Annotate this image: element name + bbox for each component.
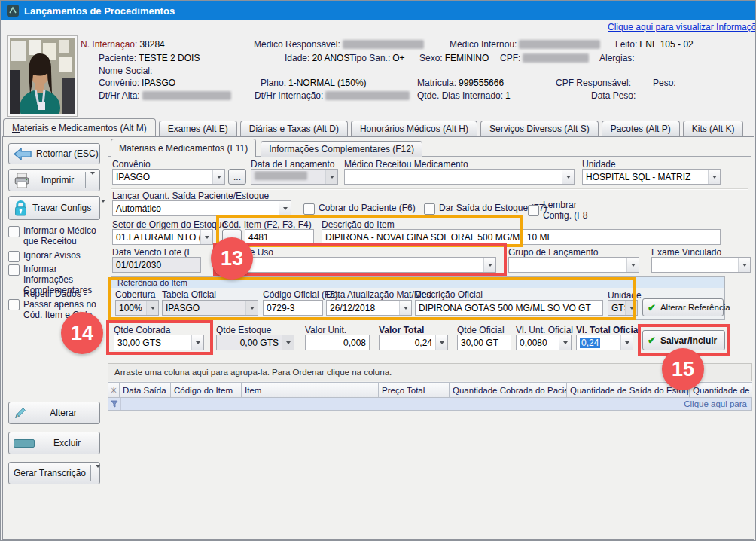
chevron-down-icon[interactable] bbox=[191, 335, 203, 350]
tab-servicos-diversos[interactable]: Serviços Diversos (Alt S) bbox=[480, 121, 599, 136]
setor-origem-select[interactable]: 01.FATURAMENTO (VIR bbox=[112, 229, 213, 245]
column-qtd-sa[interactable]: Quantidade de Sa bbox=[690, 382, 752, 398]
dthr-internacao: Dt/Hr Internação: bbox=[255, 90, 410, 101]
chevron-down-icon[interactable] bbox=[101, 203, 105, 213]
tab-kits[interactable]: Kits (Alt K) bbox=[683, 121, 744, 136]
local-uso-select[interactable]: LEITO bbox=[221, 257, 496, 273]
button-divider bbox=[96, 199, 96, 217]
tabela-oficial-select[interactable]: IPASGO bbox=[162, 300, 258, 316]
checkbox-box[interactable] bbox=[8, 264, 20, 276]
codigo-oficial-input[interactable]: 0729-3 bbox=[263, 300, 323, 316]
valor-total-select[interactable]: 0,24 bbox=[379, 335, 448, 350]
qtde-oficial-input[interactable]: 30,00 GT bbox=[457, 335, 511, 350]
chevron-down-icon[interactable] bbox=[625, 301, 637, 315]
qtde-dias-value: 1 bbox=[505, 90, 511, 101]
alterar-referencia-button[interactable]: ✔ Alterar Referência bbox=[642, 298, 724, 316]
grid-corner-icon[interactable]: ✳ bbox=[108, 382, 120, 398]
checkbox-ignorar-avisos[interactable]: Ignorar Avisos bbox=[8, 250, 103, 262]
chevron-down-icon[interactable] bbox=[626, 258, 639, 272]
data-lancamento-select[interactable] bbox=[251, 169, 338, 185]
chevron-down-icon[interactable] bbox=[483, 258, 495, 272]
column-codigo-item[interactable]: Código do Item bbox=[171, 382, 242, 398]
gerar-transcricao-button[interactable]: Gerar Transcrição bbox=[8, 462, 100, 484]
qtde-estoque-select[interactable]: 0,00 GTS bbox=[216, 335, 294, 350]
checkbox-box[interactable] bbox=[8, 251, 20, 262]
excluir-button[interactable]: Excluir bbox=[8, 432, 100, 454]
chevron-down-icon[interactable] bbox=[96, 468, 100, 478]
chevron-down-icon[interactable] bbox=[212, 170, 224, 184]
descricao-oficial-label: Descrição Oficial bbox=[415, 289, 483, 300]
grid-groupby-bar[interactable]: Arraste uma coluna aqui para agrupa-la. … bbox=[108, 363, 752, 381]
leito-label: Leito: bbox=[615, 39, 637, 50]
grid-header-row: ✳ Data Saída Código do Item Item Preço T… bbox=[108, 382, 752, 398]
chevron-down-icon[interactable] bbox=[245, 301, 258, 315]
grid-filter-row[interactable]: Clique aqui para bbox=[108, 398, 752, 411]
convenio-browse-button[interactable]: ... bbox=[228, 169, 246, 185]
tab-materiais-e-medicamentos[interactable]: Materiais e Medicamentos (Alt M) bbox=[3, 118, 156, 136]
chevron-down-icon[interactable] bbox=[738, 258, 750, 272]
chevron-down-icon[interactable] bbox=[200, 230, 212, 244]
chevron-down-icon[interactable] bbox=[325, 170, 337, 184]
tab-diarias-e-taxas[interactable]: Diárias e Taxas (Alt D) bbox=[240, 121, 348, 136]
chevron-down-icon[interactable] bbox=[435, 335, 447, 350]
descricao-item-input[interactable]: DIPIRONA - NOVALGINA SOL ORAL 500 MG/ML … bbox=[322, 229, 721, 245]
filter-funnel-icon[interactable] bbox=[108, 398, 121, 410]
data-lancamento-label: Data de Lançamento bbox=[251, 159, 334, 170]
data-atualizacao-select[interactable]: 26/12/2018 bbox=[326, 300, 412, 316]
unidade-oficial-select[interactable]: GTS bbox=[608, 300, 638, 316]
imprimir-button[interactable]: Imprimir bbox=[8, 169, 100, 191]
valor-unit-input[interactable]: 0,008 bbox=[305, 335, 370, 350]
chevron-down-icon[interactable] bbox=[279, 201, 291, 215]
cod-item-input[interactable]: 4481 bbox=[245, 229, 314, 245]
vl-total-oficial-select[interactable]: 0,24 bbox=[576, 335, 633, 350]
data-vencto-label: Data Vencto Lote (F bbox=[112, 247, 193, 258]
filter-hint[interactable]: Clique aqui para bbox=[121, 399, 751, 408]
chevron-down-icon[interactable] bbox=[708, 170, 720, 184]
checkbox-informar-medico[interactable]: Informar o Médico que Receitou bbox=[8, 225, 103, 246]
chevron-down-icon[interactable] bbox=[562, 170, 574, 184]
window-title: Lançamentos de Procedimentos bbox=[24, 5, 175, 17]
chevron-down-icon[interactable] bbox=[620, 335, 633, 350]
convenio-select[interactable]: IPASGO bbox=[112, 169, 225, 185]
alterar-button[interactable]: Alterar bbox=[8, 402, 100, 424]
grupo-lancamento-select[interactable] bbox=[508, 257, 639, 273]
qtde-cobrada-select[interactable]: 30,00 GTS bbox=[114, 335, 204, 350]
column-item[interactable]: Item bbox=[242, 382, 379, 398]
tab-exames[interactable]: Exames (Alt E) bbox=[159, 121, 237, 136]
checkbox-lembrar-config[interactable]: Lembrar Config. (F8 bbox=[528, 200, 600, 221]
chevron-down-icon[interactable] bbox=[146, 301, 158, 315]
lancar-quant-select[interactable]: Automático bbox=[112, 200, 291, 216]
medico-receitou-select[interactable] bbox=[344, 169, 575, 185]
column-preco-total[interactable]: Preço Total bbox=[379, 382, 450, 398]
button-divider bbox=[90, 465, 91, 481]
patient-info-link[interactable]: Clique aqui para visualizar Informações … bbox=[608, 22, 756, 32]
tab-informacoes-f12[interactable]: Informações Complementares (F12) bbox=[261, 141, 422, 157]
tab-materiais-f11[interactable]: Materiais e Medicamentos (F11) bbox=[111, 139, 256, 157]
unidade-select[interactable]: HOSPITAL SQL - MATRIZ bbox=[582, 169, 721, 185]
column-data-saida[interactable]: Data Saída bbox=[120, 382, 171, 398]
column-qtd-cobrada-paciente[interactable]: Quantidade Cobrada do Paciente bbox=[450, 382, 567, 398]
chevron-down-icon[interactable] bbox=[90, 175, 95, 185]
checkbox-cobrar-paciente[interactable]: Cobrar do Paciente (F6) bbox=[303, 203, 416, 215]
tab-pacotes[interactable]: Pacotes (Alt P) bbox=[602, 121, 680, 136]
checkbox-box[interactable] bbox=[8, 226, 20, 237]
cobertura-select[interactable]: 100% bbox=[115, 300, 159, 316]
data-vencto-input[interactable]: 01/01/2030 bbox=[112, 257, 201, 273]
retornar-button[interactable]: Retornar (ESC) bbox=[8, 143, 100, 164]
chevron-down-icon[interactable] bbox=[399, 301, 411, 315]
tab-honorarios-medicos[interactable]: Honorários Médicos (Alt H) bbox=[351, 121, 477, 136]
salvar-incluir-button[interactable]: ✔ Salvar/Incluir bbox=[642, 330, 725, 350]
descricao-oficial-input[interactable]: DIPIRONA GOTAS 500 MG/ML SO VO GT bbox=[415, 300, 603, 316]
checkbox-box[interactable] bbox=[8, 299, 20, 310]
vl-unt-oficial-select[interactable]: 0,0080 bbox=[516, 335, 572, 350]
chevron-down-icon[interactable] bbox=[282, 335, 294, 350]
chevron-down-icon[interactable] bbox=[559, 335, 571, 350]
checkbox-box[interactable] bbox=[528, 205, 539, 216]
travar-configs-button[interactable]: Travar Configs bbox=[8, 196, 100, 220]
titlebar[interactable]: Lançamentos de Procedimentos bbox=[1, 1, 755, 20]
exame-vinculado-select[interactable] bbox=[651, 257, 751, 273]
convenio-label: Convênio bbox=[112, 159, 151, 170]
checkbox-box[interactable] bbox=[303, 203, 315, 215]
qtde-estoque-value: 0,00 GTS bbox=[217, 338, 282, 348]
checkbox-box[interactable] bbox=[424, 203, 435, 215]
